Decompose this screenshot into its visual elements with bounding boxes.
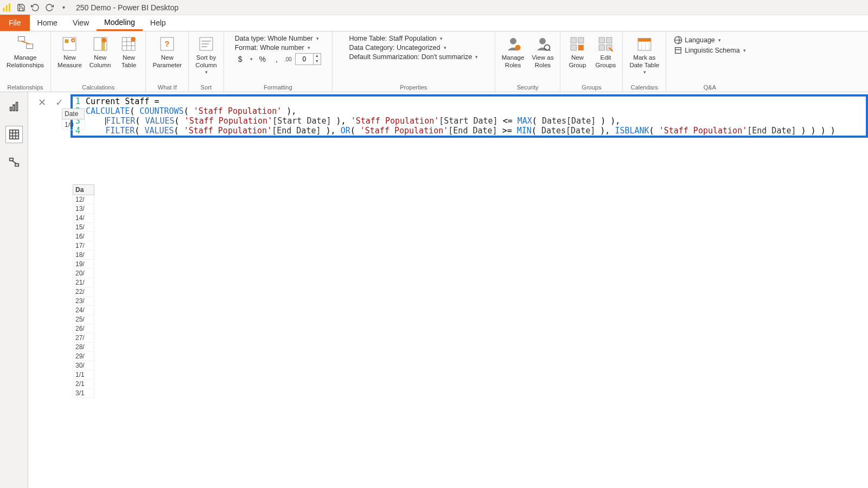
view-switcher bbox=[0, 92, 28, 488]
linguistic-schema-dropdown[interactable]: Linguistic Schema▾ bbox=[674, 46, 745, 55]
data-cell: 22/ bbox=[73, 287, 94, 297]
edit-groups-icon bbox=[596, 35, 615, 53]
new-group-button[interactable]: New Group bbox=[564, 33, 591, 72]
svg-rect-0 bbox=[3, 8, 5, 12]
table-icon bbox=[119, 35, 138, 53]
undo-button[interactable] bbox=[29, 2, 41, 14]
new-column-button[interactable]: New Column bbox=[86, 33, 114, 72]
svg-text:✦: ✦ bbox=[72, 38, 75, 42]
language-label: Language bbox=[685, 36, 715, 44]
decimal-places-input[interactable] bbox=[296, 54, 313, 65]
security-group-label: Security bbox=[499, 83, 557, 92]
svg-rect-2 bbox=[9, 3, 10, 11]
model-view-button[interactable] bbox=[5, 154, 23, 171]
spin-down-icon[interactable]: ▼ bbox=[314, 59, 321, 65]
caret-icon: ▾ bbox=[475, 54, 478, 60]
home-tab[interactable]: Home bbox=[30, 15, 65, 31]
data-cell: 12/ bbox=[73, 195, 94, 204]
caret-icon: ▾ bbox=[308, 45, 310, 50]
manage-roles-label: Manage Roles bbox=[502, 54, 525, 69]
ribbon-group-calculations: ✦ New Measure New Column New Table Calcu… bbox=[51, 31, 146, 92]
svg-point-18 bbox=[131, 37, 136, 42]
relationships-group-label: Relationships bbox=[3, 83, 47, 92]
summarization-dropdown[interactable]: Default Summarization: Don't summarize▾ bbox=[349, 53, 478, 61]
app-icon bbox=[2, 3, 12, 12]
svg-rect-33 bbox=[578, 45, 584, 50]
svg-rect-49 bbox=[16, 102, 17, 111]
svg-rect-55 bbox=[9, 158, 12, 161]
file-tab[interactable]: File bbox=[0, 15, 30, 31]
data-cell: 19/ bbox=[73, 260, 94, 269]
commit-formula-button[interactable]: ✓ bbox=[53, 97, 65, 108]
caret-icon: ▾ bbox=[205, 69, 208, 75]
svg-text:?: ? bbox=[165, 39, 170, 48]
mark-date-table-button[interactable]: Mark as Date Table▾ bbox=[626, 33, 662, 77]
formula-editor[interactable]: 1Current Staff = 2CALCULATE( COUNTROWS( … bbox=[71, 94, 868, 138]
format-dropdown[interactable]: Format: Whole number▾ bbox=[235, 44, 321, 52]
calendars-group-label: Calendars bbox=[626, 83, 662, 92]
calendar-icon bbox=[635, 35, 654, 53]
svg-point-12 bbox=[101, 38, 106, 43]
data-category-dropdown[interactable]: Data Category: Uncategorized▾ bbox=[349, 44, 478, 52]
new-parameter-button[interactable]: ? New Parameter bbox=[149, 33, 185, 72]
qat-dropdown-icon[interactable]: ▾ bbox=[58, 2, 69, 14]
qa-group-label: Q&A bbox=[669, 83, 750, 92]
new-table-label: New Table bbox=[122, 54, 137, 69]
redo-button[interactable] bbox=[43, 2, 55, 14]
caret-icon: ▾ bbox=[440, 36, 443, 41]
code-line-3: FILTER( VALUES( 'Staff Population'[Start… bbox=[84, 116, 866, 126]
data-cell: 28/ bbox=[73, 343, 94, 352]
cancel-formula-button[interactable]: ✕ bbox=[36, 97, 48, 108]
data-cell: 3/1 bbox=[73, 389, 94, 398]
sort-icon bbox=[197, 35, 215, 53]
title-bar: ▾ 250 Demo - Power BI Desktop bbox=[0, 0, 868, 15]
svg-rect-56 bbox=[15, 164, 18, 166]
decimal-places-stepper[interactable]: ▲▼ bbox=[295, 53, 321, 65]
column-header[interactable]: Date bbox=[62, 108, 85, 119]
view-as-roles-label: View as Roles bbox=[532, 54, 553, 69]
data-view-button[interactable] bbox=[5, 126, 23, 143]
main-area: ✕ ✓ 1Current Staff = 2CALCULATE( COUNTRO… bbox=[0, 92, 868, 488]
spin-up-icon[interactable]: ▲ bbox=[314, 54, 321, 59]
data-cell: 1/0 bbox=[62, 119, 85, 130]
new-measure-button[interactable]: ✦ New Measure bbox=[54, 33, 85, 72]
svg-line-57 bbox=[11, 160, 16, 164]
view-tab[interactable]: View bbox=[65, 15, 97, 31]
data-cell: 25/ bbox=[73, 315, 94, 324]
data-cell: 24/ bbox=[73, 306, 94, 315]
home-table-dropdown[interactable]: Home Table: Staff Population▾ bbox=[349, 35, 478, 42]
column-header-partial[interactable]: Da bbox=[73, 184, 94, 195]
language-dropdown[interactable]: Language▾ bbox=[674, 36, 745, 44]
new-table-button[interactable]: New Table bbox=[115, 33, 142, 72]
save-button[interactable] bbox=[15, 2, 27, 14]
code-line-1: Current Staff = bbox=[84, 97, 866, 106]
report-view-button[interactable] bbox=[5, 98, 23, 115]
caret-icon: ▾ bbox=[444, 45, 446, 50]
ribbon-group-qa: Language▾ Linguistic Schema▾ Q&A bbox=[666, 31, 753, 92]
mark-date-table-label: Mark as Date Table bbox=[629, 54, 659, 69]
ribbon-group-groups: New Group Edit Groups Groups bbox=[560, 31, 623, 92]
caret-icon: ▾ bbox=[718, 37, 721, 43]
manage-relationships-button[interactable]: Manage Relationships bbox=[3, 33, 47, 72]
modeling-tab[interactable]: Modeling bbox=[97, 15, 143, 31]
currency-button[interactable]: $ bbox=[235, 54, 246, 65]
comma-button[interactable]: , bbox=[272, 54, 281, 65]
view-as-roles-button[interactable]: View as Roles bbox=[528, 33, 557, 72]
whatif-group-label: What If bbox=[149, 83, 185, 92]
calculations-group-label: Calculations bbox=[54, 83, 142, 92]
sort-by-column-button[interactable]: Sort by Column▾ bbox=[192, 33, 220, 77]
view-as-icon bbox=[533, 35, 552, 53]
svg-rect-30 bbox=[571, 37, 576, 43]
measure-icon: ✦ bbox=[60, 35, 79, 53]
edit-groups-button[interactable]: Edit Groups bbox=[592, 33, 619, 72]
data-cell: 20/ bbox=[73, 269, 94, 278]
schema-icon bbox=[674, 46, 682, 55]
data-cell: 17/ bbox=[73, 241, 94, 251]
datatype-dropdown[interactable]: Data type: Whole Number▾ bbox=[235, 35, 321, 42]
manage-roles-button[interactable]: Manage Roles bbox=[499, 33, 528, 72]
data-cell: 2/1 bbox=[73, 380, 94, 389]
new-group-icon bbox=[568, 35, 586, 53]
help-tab[interactable]: Help bbox=[143, 15, 174, 31]
percent-button[interactable]: % bbox=[256, 54, 269, 65]
ribbon-group-formatting: Data type: Whole Number▾ Format: Whole n… bbox=[224, 31, 333, 92]
